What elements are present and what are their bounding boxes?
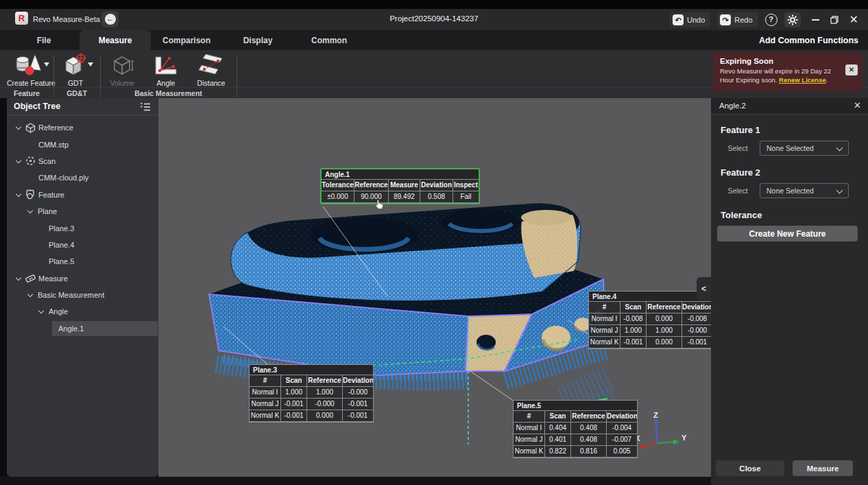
distance-icon: [197, 53, 225, 76]
gdt-label: GDT: [53, 79, 97, 87]
renew-license-link[interactable]: Renew License: [779, 76, 826, 84]
expand-chevron[interactable]: [16, 125, 21, 130]
redo-icon: ↷: [720, 14, 731, 25]
expand-chevron[interactable]: [16, 158, 21, 164]
notification-suffix: .: [826, 76, 828, 84]
col-header: Scan: [545, 411, 571, 423]
angle1-annotation[interactable]: Angle.1 Tolerance Reference Measure Devi…: [320, 168, 480, 204]
distance-label: Distance: [189, 79, 233, 87]
settings-button[interactable]: [784, 12, 801, 27]
tolerance-heading: Tolerance: [721, 210, 868, 220]
plane3-annotation[interactable]: Plane.3 # Scan Reference Deviation Norma…: [249, 364, 374, 423]
angle1-tolerance: ±0.000: [322, 191, 354, 203]
panel-close-icon[interactable]: ✕: [854, 100, 861, 110]
create-new-feature-button[interactable]: Create New Feature: [717, 226, 858, 241]
tree-item-scan[interactable]: Scan: [7, 153, 158, 169]
row-label: Normal K: [589, 337, 620, 348]
close-button[interactable]: ✕: [849, 13, 858, 26]
cell: 0.005: [607, 446, 637, 458]
axis-triad-gizmo[interactable]: Z Y X: [635, 411, 687, 449]
tree-item-plane5[interactable]: Plane.5: [7, 253, 158, 270]
tree-item-label: Reference: [38, 123, 73, 132]
tab-measure[interactable]: Measure: [80, 30, 151, 50]
angle-icon: [153, 53, 179, 76]
angle-button[interactable]: Angle: [144, 53, 188, 87]
add-common-functions-button[interactable]: Add Common Functions: [759, 30, 858, 50]
tree-item-feature[interactable]: Feature: [7, 187, 158, 203]
cell: -0.001: [620, 337, 647, 348]
col-header: #: [514, 411, 545, 423]
row-label: Normal J: [250, 399, 281, 410]
col-header: Scan: [281, 375, 307, 387]
measure-button[interactable]: Measure: [793, 460, 853, 476]
col-header: Measure: [389, 180, 420, 191]
cell: -0.008: [682, 314, 711, 325]
tree-item-label: Angle.1: [58, 324, 84, 333]
plane5-annotation[interactable]: Plane.5 # Scan Reference Deviation Norma…: [513, 400, 638, 458]
row-label: Normal J: [589, 325, 620, 337]
menu-tabbar: File Measure Comparison Display Common A…: [0, 30, 868, 50]
expand-chevron[interactable]: [27, 209, 33, 214]
tree-item-basic-measurement[interactable]: Basic Measurement: [7, 287, 158, 303]
cell: -0.004: [607, 423, 637, 434]
col-header: Reference: [354, 180, 389, 191]
angle1-inspect-result: Fail: [453, 191, 479, 203]
close-panel-button[interactable]: Close: [716, 460, 784, 476]
notification-close-button[interactable]: ✕: [845, 64, 858, 75]
chevron-down-icon: [837, 188, 843, 193]
undo-button[interactable]: ↶ Undo: [670, 12, 710, 27]
measure-icon: [25, 273, 36, 283]
tree-item-plane[interactable]: Plane: [7, 203, 158, 220]
tab-common[interactable]: Common: [293, 30, 365, 50]
cell: 0.404: [545, 423, 571, 434]
tab-file[interactable]: File: [8, 30, 80, 50]
tree-item-plane4[interactable]: Plane.4: [7, 237, 158, 253]
hand-cursor: [374, 199, 385, 212]
col-header: Reference: [647, 302, 682, 314]
create-feature-dropdown-caret[interactable]: [44, 62, 49, 67]
expand-chevron[interactable]: [27, 292, 33, 298]
license-notification: Expiring Soon Revo Measure will expire i…: [713, 52, 863, 91]
3d-viewport[interactable]: Z Y X Angle.1 Tolerance Reference Measur…: [158, 98, 711, 477]
tree-item-cmm-cloud-ply[interactable]: CMM-cloud.ply: [7, 169, 158, 186]
tree-item-angle[interactable]: Angle: [7, 303, 158, 320]
cell: 0.822: [545, 446, 571, 458]
tree-options-icon[interactable]: [139, 101, 152, 113]
plane4-annotation[interactable]: Plane.4 # Scan Reference Deviation Norma…: [588, 291, 711, 349]
plane4-title: Plane.4: [589, 292, 711, 302]
tree-item-angle1[interactable]: Angle.1: [7, 320, 158, 337]
expand-chevron[interactable]: [16, 276, 21, 281]
cell: -0.001: [343, 399, 373, 410]
distance-button[interactable]: Distance: [189, 53, 233, 87]
tree-item-plane3[interactable]: Plane.3: [7, 220, 158, 236]
expand-chevron[interactable]: [16, 192, 21, 198]
tab-comparison[interactable]: Comparison: [151, 30, 222, 50]
tree-item-cmm-stp[interactable]: CMM.stp: [7, 136, 158, 152]
help-button[interactable]: ?: [765, 14, 777, 26]
tree-item-label: Plane: [38, 207, 57, 215]
restore-button[interactable]: [830, 16, 839, 24]
create-feature-button[interactable]: Create Feature: [7, 53, 51, 87]
tree-item-label: Plane.3: [49, 224, 74, 233]
gdt-button[interactable]: GDT: [53, 53, 97, 87]
object-tree-title: Object Tree: [14, 102, 60, 111]
object-tree-panel: Object Tree Reference CMM.stp: [7, 98, 158, 477]
cell: 0.408: [571, 434, 607, 446]
redo-button[interactable]: ↷ Redo: [717, 12, 758, 27]
tab-display[interactable]: Display: [222, 30, 293, 50]
minimize-button[interactable]: [812, 19, 819, 21]
plane5-title: Plane.5: [514, 401, 637, 411]
tree-item-measure[interactable]: Measure: [7, 270, 158, 287]
gdt-dropdown-caret[interactable]: [88, 62, 93, 67]
expand-chevron[interactable]: [38, 309, 44, 314]
tree-item-label: Measure: [38, 274, 68, 283]
app-window: R Revo Measure-Beta ← Project20250904-14…: [0, 0, 868, 485]
feature1-dropdown[interactable]: None Selected: [760, 141, 849, 156]
chevron-down-icon: [837, 145, 843, 151]
panel-collapse-arrow[interactable]: <: [697, 277, 711, 300]
redo-label: Redo: [734, 16, 752, 24]
col-header: Deviation: [607, 411, 637, 423]
cell: 0.000: [307, 410, 343, 422]
feature2-dropdown[interactable]: None Selected: [760, 183, 849, 198]
tree-item-reference[interactable]: Reference: [7, 119, 158, 136]
